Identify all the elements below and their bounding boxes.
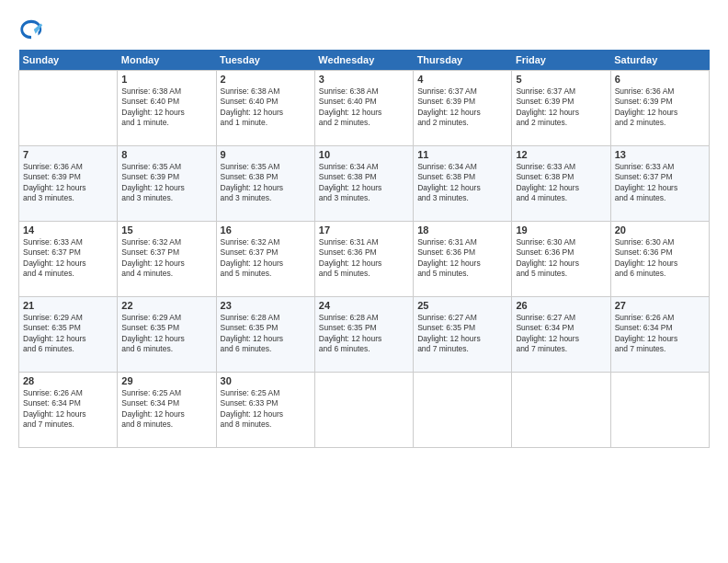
day-number: 3 — [319, 74, 409, 85]
day-info: Sunrise: 6:31 AM Sunset: 6:36 PM Dayligh… — [319, 237, 409, 280]
day-number: 14 — [23, 224, 113, 236]
day-cell: 29Sunrise: 6:25 AM Sunset: 6:34 PM Dayli… — [118, 373, 216, 448]
logo — [18, 17, 48, 42]
calendar-table: SundayMondayTuesdayWednesdayThursdayFrid… — [18, 50, 710, 448]
day-number: 25 — [417, 300, 507, 311]
col-header-monday: Monday — [118, 50, 216, 71]
day-number: 2 — [221, 74, 311, 85]
day-number: 12 — [516, 149, 606, 160]
day-number: 27 — [615, 300, 705, 311]
week-row-3: 21Sunrise: 6:29 AM Sunset: 6:35 PM Dayli… — [19, 297, 710, 373]
day-cell: 23Sunrise: 6:28 AM Sunset: 6:35 PM Dayli… — [216, 297, 314, 373]
day-cell: 11Sunrise: 6:34 AM Sunset: 6:38 PM Dayli… — [414, 146, 512, 222]
day-cell: 9Sunrise: 6:35 AM Sunset: 6:38 PM Daylig… — [216, 146, 314, 222]
day-cell: 1Sunrise: 6:38 AM Sunset: 6:40 PM Daylig… — [118, 71, 216, 146]
day-info: Sunrise: 6:37 AM Sunset: 6:39 PM Dayligh… — [417, 86, 507, 129]
day-cell — [314, 373, 413, 448]
day-number: 20 — [615, 224, 705, 236]
day-number: 23 — [221, 300, 311, 311]
day-info: Sunrise: 6:31 AM Sunset: 6:36 PM Dayligh… — [417, 237, 507, 280]
header — [18, 17, 710, 42]
day-info: Sunrise: 6:36 AM Sunset: 6:39 PM Dayligh… — [23, 162, 113, 204]
day-info: Sunrise: 6:29 AM Sunset: 6:35 PM Dayligh… — [23, 313, 113, 355]
day-cell: 5Sunrise: 6:37 AM Sunset: 6:39 PM Daylig… — [512, 71, 610, 146]
day-cell: 28Sunrise: 6:26 AM Sunset: 6:34 PM Dayli… — [19, 373, 118, 448]
week-row-4: 28Sunrise: 6:26 AM Sunset: 6:34 PM Dayli… — [19, 373, 710, 448]
logo-icon — [18, 17, 44, 42]
day-info: Sunrise: 6:32 AM Sunset: 6:37 PM Dayligh… — [221, 237, 311, 280]
day-cell: 2Sunrise: 6:38 AM Sunset: 6:40 PM Daylig… — [216, 71, 314, 146]
day-cell: 22Sunrise: 6:29 AM Sunset: 6:35 PM Dayli… — [118, 297, 216, 373]
day-number: 21 — [23, 300, 113, 311]
day-cell: 20Sunrise: 6:30 AM Sunset: 6:36 PM Dayli… — [610, 222, 709, 297]
day-cell: 21Sunrise: 6:29 AM Sunset: 6:35 PM Dayli… — [19, 297, 118, 373]
header-row: SundayMondayTuesdayWednesdayThursdayFrid… — [19, 50, 710, 71]
day-cell: 13Sunrise: 6:33 AM Sunset: 6:37 PM Dayli… — [610, 146, 709, 222]
day-number: 13 — [615, 149, 705, 160]
day-cell — [19, 71, 118, 146]
day-number: 6 — [615, 74, 705, 85]
calendar-page: SundayMondayTuesdayWednesdayThursdayFrid… — [0, 0, 728, 563]
day-cell: 14Sunrise: 6:33 AM Sunset: 6:37 PM Dayli… — [19, 222, 118, 297]
day-number: 8 — [121, 149, 211, 160]
day-info: Sunrise: 6:27 AM Sunset: 6:34 PM Dayligh… — [516, 313, 606, 355]
day-number: 24 — [319, 300, 409, 311]
day-number: 5 — [516, 74, 606, 85]
col-header-wednesday: Wednesday — [314, 50, 413, 71]
day-info: Sunrise: 6:25 AM Sunset: 6:34 PM Dayligh… — [121, 388, 211, 431]
day-cell: 15Sunrise: 6:32 AM Sunset: 6:37 PM Dayli… — [118, 222, 216, 297]
day-cell: 12Sunrise: 6:33 AM Sunset: 6:38 PM Dayli… — [512, 146, 610, 222]
day-cell: 26Sunrise: 6:27 AM Sunset: 6:34 PM Dayli… — [512, 297, 610, 373]
day-info: Sunrise: 6:26 AM Sunset: 6:34 PM Dayligh… — [23, 388, 113, 431]
day-info: Sunrise: 6:38 AM Sunset: 6:40 PM Dayligh… — [221, 86, 311, 129]
day-number: 4 — [417, 74, 507, 85]
day-info: Sunrise: 6:37 AM Sunset: 6:39 PM Dayligh… — [516, 86, 606, 129]
day-number: 9 — [221, 149, 311, 160]
day-cell: 27Sunrise: 6:26 AM Sunset: 6:34 PM Dayli… — [610, 297, 709, 373]
day-info: Sunrise: 6:38 AM Sunset: 6:40 PM Dayligh… — [319, 86, 409, 129]
week-row-0: 1Sunrise: 6:38 AM Sunset: 6:40 PM Daylig… — [19, 71, 710, 146]
day-info: Sunrise: 6:35 AM Sunset: 6:39 PM Dayligh… — [121, 162, 211, 204]
day-cell: 7Sunrise: 6:36 AM Sunset: 6:39 PM Daylig… — [19, 146, 118, 222]
day-info: Sunrise: 6:33 AM Sunset: 6:37 PM Dayligh… — [615, 162, 705, 204]
day-info: Sunrise: 6:33 AM Sunset: 6:37 PM Dayligh… — [23, 237, 113, 280]
day-cell: 17Sunrise: 6:31 AM Sunset: 6:36 PM Dayli… — [314, 222, 413, 297]
day-info: Sunrise: 6:29 AM Sunset: 6:35 PM Dayligh… — [121, 313, 211, 355]
day-number: 7 — [23, 149, 113, 160]
day-info: Sunrise: 6:25 AM Sunset: 6:33 PM Dayligh… — [221, 388, 311, 431]
day-cell: 8Sunrise: 6:35 AM Sunset: 6:39 PM Daylig… — [118, 146, 216, 222]
col-header-tuesday: Tuesday — [216, 50, 314, 71]
day-number: 17 — [319, 224, 409, 236]
day-info: Sunrise: 6:38 AM Sunset: 6:40 PM Dayligh… — [121, 86, 211, 129]
day-number: 10 — [319, 149, 409, 160]
day-info: Sunrise: 6:34 AM Sunset: 6:38 PM Dayligh… — [417, 162, 507, 204]
day-number: 18 — [417, 224, 507, 236]
day-number: 22 — [121, 300, 211, 311]
day-cell: 25Sunrise: 6:27 AM Sunset: 6:35 PM Dayli… — [414, 297, 512, 373]
day-cell: 6Sunrise: 6:36 AM Sunset: 6:39 PM Daylig… — [610, 71, 709, 146]
day-cell: 3Sunrise: 6:38 AM Sunset: 6:40 PM Daylig… — [314, 71, 413, 146]
day-number: 19 — [516, 224, 606, 236]
day-cell: 4Sunrise: 6:37 AM Sunset: 6:39 PM Daylig… — [414, 71, 512, 146]
day-cell: 18Sunrise: 6:31 AM Sunset: 6:36 PM Dayli… — [414, 222, 512, 297]
day-info: Sunrise: 6:27 AM Sunset: 6:35 PM Dayligh… — [417, 313, 507, 355]
day-number: 28 — [23, 375, 113, 386]
day-cell: 30Sunrise: 6:25 AM Sunset: 6:33 PM Dayli… — [216, 373, 314, 448]
day-cell: 24Sunrise: 6:28 AM Sunset: 6:35 PM Dayli… — [314, 297, 413, 373]
day-cell — [512, 373, 610, 448]
day-info: Sunrise: 6:35 AM Sunset: 6:38 PM Dayligh… — [221, 162, 311, 204]
day-info: Sunrise: 6:30 AM Sunset: 6:36 PM Dayligh… — [615, 237, 705, 280]
col-header-saturday: Saturday — [610, 50, 709, 71]
day-cell — [610, 373, 709, 448]
day-number: 11 — [417, 149, 507, 160]
day-info: Sunrise: 6:32 AM Sunset: 6:37 PM Dayligh… — [121, 237, 211, 280]
day-number: 26 — [516, 300, 606, 311]
day-info: Sunrise: 6:33 AM Sunset: 6:38 PM Dayligh… — [516, 162, 606, 204]
day-info: Sunrise: 6:26 AM Sunset: 6:34 PM Dayligh… — [615, 313, 705, 355]
col-header-friday: Friday — [512, 50, 610, 71]
week-row-1: 7Sunrise: 6:36 AM Sunset: 6:39 PM Daylig… — [19, 146, 710, 222]
day-cell: 16Sunrise: 6:32 AM Sunset: 6:37 PM Dayli… — [216, 222, 314, 297]
day-info: Sunrise: 6:36 AM Sunset: 6:39 PM Dayligh… — [615, 86, 705, 129]
day-info: Sunrise: 6:30 AM Sunset: 6:36 PM Dayligh… — [516, 237, 606, 280]
day-info: Sunrise: 6:28 AM Sunset: 6:35 PM Dayligh… — [221, 313, 311, 355]
